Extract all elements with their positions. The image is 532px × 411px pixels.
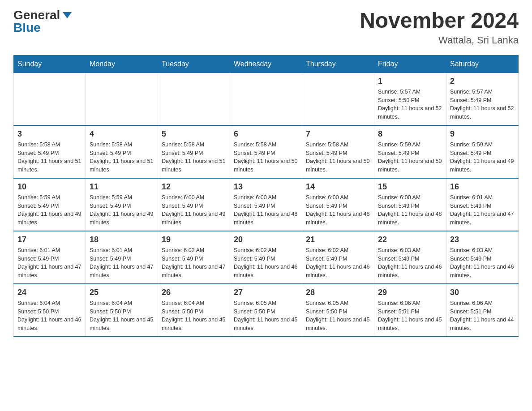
day-number: 15 <box>378 182 442 192</box>
calendar-header-row: SundayMondayTuesdayWednesdayThursdayFrid… <box>14 55 519 73</box>
calendar-day-cell: 21Sunrise: 6:02 AMSunset: 5:49 PMDayligh… <box>302 231 374 284</box>
calendar-day-cell <box>230 73 302 125</box>
day-sun-info: Sunrise: 5:59 AMSunset: 5:49 PMDaylight:… <box>450 141 515 174</box>
day-sun-info: Sunrise: 5:58 AMSunset: 5:49 PMDaylight:… <box>162 141 226 174</box>
calendar-week-row: 17Sunrise: 6:01 AMSunset: 5:49 PMDayligh… <box>14 231 519 284</box>
day-sun-info: Sunrise: 5:58 AMSunset: 5:49 PMDaylight:… <box>90 141 154 174</box>
title-area: November 2024 Wattala, Sri Lanka <box>360 9 519 46</box>
calendar-day-cell: 12Sunrise: 6:00 AMSunset: 5:49 PMDayligh… <box>158 178 230 231</box>
calendar-week-row: 24Sunrise: 6:04 AMSunset: 5:50 PMDayligh… <box>14 284 519 337</box>
calendar-day-cell <box>14 73 86 125</box>
day-number: 20 <box>234 235 298 244</box>
day-number: 1 <box>378 77 442 86</box>
calendar-week-row: 10Sunrise: 5:59 AMSunset: 5:49 PMDayligh… <box>14 178 519 231</box>
day-of-week-header: Tuesday <box>158 55 230 73</box>
day-sun-info: Sunrise: 6:04 AMSunset: 5:50 PMDaylight:… <box>17 299 82 333</box>
day-sun-info: Sunrise: 6:04 AMSunset: 5:50 PMDaylight:… <box>90 299 154 333</box>
day-sun-info: Sunrise: 5:59 AMSunset: 5:49 PMDaylight:… <box>90 193 154 227</box>
day-sun-info: Sunrise: 6:06 AMSunset: 5:51 PMDaylight:… <box>450 299 515 333</box>
day-sun-info: Sunrise: 6:00 AMSunset: 5:49 PMDaylight:… <box>378 193 442 227</box>
day-number: 28 <box>306 288 370 297</box>
calendar-day-cell: 17Sunrise: 6:01 AMSunset: 5:49 PMDayligh… <box>14 231 86 284</box>
calendar-day-cell: 10Sunrise: 5:59 AMSunset: 5:49 PMDayligh… <box>14 178 86 231</box>
day-sun-info: Sunrise: 5:58 AMSunset: 5:49 PMDaylight:… <box>306 141 370 174</box>
day-sun-info: Sunrise: 6:05 AMSunset: 5:50 PMDaylight:… <box>234 299 298 333</box>
day-number: 25 <box>90 288 154 297</box>
day-number: 22 <box>378 235 442 244</box>
day-number: 29 <box>378 288 442 297</box>
day-number: 21 <box>306 235 370 244</box>
day-number: 8 <box>378 129 442 139</box>
day-number: 17 <box>17 235 82 244</box>
calendar-week-row: 3Sunrise: 5:58 AMSunset: 5:49 PMDaylight… <box>14 125 519 178</box>
day-sun-info: Sunrise: 5:57 AMSunset: 5:49 PMDaylight:… <box>450 88 515 121</box>
page-header: General Blue November 2024 Wattala, Sri … <box>13 9 519 46</box>
day-sun-info: Sunrise: 5:58 AMSunset: 5:49 PMDaylight:… <box>17 141 82 174</box>
day-sun-info: Sunrise: 6:00 AMSunset: 5:49 PMDaylight:… <box>306 193 370 227</box>
calendar-day-cell: 16Sunrise: 6:01 AMSunset: 5:49 PMDayligh… <box>446 178 519 231</box>
day-sun-info: Sunrise: 6:02 AMSunset: 5:49 PMDaylight:… <box>162 246 226 280</box>
day-of-week-header: Wednesday <box>230 55 302 73</box>
day-sun-info: Sunrise: 5:59 AMSunset: 5:49 PMDaylight:… <box>378 141 442 174</box>
day-number: 12 <box>162 182 226 192</box>
day-sun-info: Sunrise: 6:02 AMSunset: 5:49 PMDaylight:… <box>306 246 370 280</box>
calendar-day-cell: 30Sunrise: 6:06 AMSunset: 5:51 PMDayligh… <box>446 284 519 337</box>
day-number: 11 <box>90 182 154 192</box>
day-sun-info: Sunrise: 6:00 AMSunset: 5:49 PMDaylight:… <box>234 193 298 227</box>
day-number: 30 <box>450 288 515 297</box>
day-of-week-header: Sunday <box>14 55 86 73</box>
calendar-day-cell: 24Sunrise: 6:04 AMSunset: 5:50 PMDayligh… <box>14 284 86 337</box>
calendar-day-cell: 13Sunrise: 6:00 AMSunset: 5:49 PMDayligh… <box>230 178 302 231</box>
logo-triangle-icon <box>63 12 72 18</box>
day-sun-info: Sunrise: 6:00 AMSunset: 5:49 PMDaylight:… <box>162 193 226 227</box>
day-number: 9 <box>450 129 515 139</box>
day-number: 27 <box>234 288 298 297</box>
calendar-day-cell: 20Sunrise: 6:02 AMSunset: 5:49 PMDayligh… <box>230 231 302 284</box>
day-number: 19 <box>162 235 226 244</box>
calendar-day-cell <box>158 73 230 125</box>
calendar-day-cell: 23Sunrise: 6:03 AMSunset: 5:49 PMDayligh… <box>446 231 519 284</box>
day-number: 5 <box>162 129 226 139</box>
day-of-week-header: Saturday <box>446 55 519 73</box>
day-number: 10 <box>17 182 82 192</box>
calendar-day-cell <box>86 73 158 125</box>
day-number: 2 <box>450 77 515 86</box>
day-number: 23 <box>450 235 515 244</box>
day-sun-info: Sunrise: 6:02 AMSunset: 5:49 PMDaylight:… <box>234 246 298 280</box>
calendar-day-cell: 6Sunrise: 5:58 AMSunset: 5:49 PMDaylight… <box>230 125 302 178</box>
calendar-day-cell: 14Sunrise: 6:00 AMSunset: 5:49 PMDayligh… <box>302 178 374 231</box>
day-number: 14 <box>306 182 370 192</box>
logo: General Blue <box>13 9 72 34</box>
calendar-day-cell: 3Sunrise: 5:58 AMSunset: 5:49 PMDaylight… <box>14 125 86 178</box>
calendar-day-cell: 1Sunrise: 5:57 AMSunset: 5:50 PMDaylight… <box>374 73 446 125</box>
calendar-day-cell <box>302 73 374 125</box>
day-sun-info: Sunrise: 6:01 AMSunset: 5:49 PMDaylight:… <box>17 246 82 280</box>
calendar-day-cell: 4Sunrise: 5:58 AMSunset: 5:49 PMDaylight… <box>86 125 158 178</box>
day-number: 3 <box>17 129 82 139</box>
day-sun-info: Sunrise: 5:59 AMSunset: 5:49 PMDaylight:… <box>17 193 82 227</box>
day-number: 4 <box>90 129 154 139</box>
day-number: 7 <box>306 129 370 139</box>
day-of-week-header: Monday <box>86 55 158 73</box>
calendar-day-cell: 19Sunrise: 6:02 AMSunset: 5:49 PMDayligh… <box>158 231 230 284</box>
calendar-day-cell: 22Sunrise: 6:03 AMSunset: 5:49 PMDayligh… <box>374 231 446 284</box>
calendar-day-cell: 9Sunrise: 5:59 AMSunset: 5:49 PMDaylight… <box>446 125 519 178</box>
day-sun-info: Sunrise: 6:05 AMSunset: 5:50 PMDaylight:… <box>306 299 370 333</box>
day-sun-info: Sunrise: 6:03 AMSunset: 5:49 PMDaylight:… <box>450 246 515 280</box>
calendar-day-cell: 8Sunrise: 5:59 AMSunset: 5:49 PMDaylight… <box>374 125 446 178</box>
day-number: 26 <box>162 288 226 297</box>
calendar-day-cell: 27Sunrise: 6:05 AMSunset: 5:50 PMDayligh… <box>230 284 302 337</box>
calendar-day-cell: 11Sunrise: 5:59 AMSunset: 5:49 PMDayligh… <box>86 178 158 231</box>
day-number: 18 <box>90 235 154 244</box>
logo-blue-text: Blue <box>13 21 41 34</box>
day-number: 6 <box>234 129 298 139</box>
day-number: 24 <box>17 288 82 297</box>
day-of-week-header: Friday <box>374 55 446 73</box>
calendar-day-cell: 29Sunrise: 6:06 AMSunset: 5:51 PMDayligh… <box>374 284 446 337</box>
day-sun-info: Sunrise: 6:03 AMSunset: 5:49 PMDaylight:… <box>378 246 442 280</box>
month-year-title: November 2024 <box>360 9 519 33</box>
calendar-day-cell: 25Sunrise: 6:04 AMSunset: 5:50 PMDayligh… <box>86 284 158 337</box>
calendar-day-cell: 5Sunrise: 5:58 AMSunset: 5:49 PMDaylight… <box>158 125 230 178</box>
day-sun-info: Sunrise: 6:04 AMSunset: 5:50 PMDaylight:… <box>162 299 226 333</box>
day-sun-info: Sunrise: 6:01 AMSunset: 5:49 PMDaylight:… <box>90 246 154 280</box>
